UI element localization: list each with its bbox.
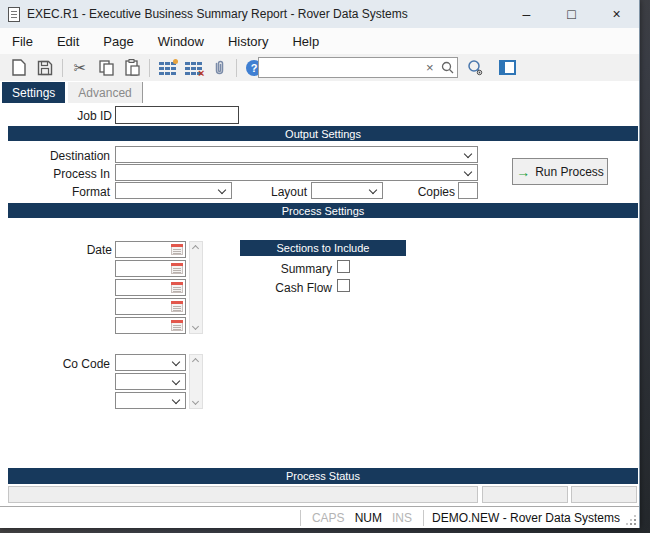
paste-icon[interactable]: [119, 57, 145, 79]
scroll-down-icon[interactable]: [192, 323, 199, 330]
co-code-label: Co Code: [0, 357, 110, 371]
tab-strip: Settings Advanced: [0, 81, 639, 103]
resize-grip-icon[interactable]: [628, 517, 636, 525]
caps-indicator: CAPS: [312, 511, 345, 525]
menu-window[interactable]: Window: [158, 34, 204, 49]
new-document-icon[interactable]: [6, 57, 32, 79]
toolbar-separator: [62, 59, 63, 77]
scroll-down-icon[interactable]: [192, 398, 199, 405]
calendar-icon[interactable]: [171, 263, 183, 274]
tab-settings[interactable]: Settings: [2, 82, 65, 103]
co-code-select[interactable]: [115, 354, 186, 371]
process-in-label: Process In: [0, 167, 110, 181]
maximize-button[interactable]: □: [549, 0, 594, 28]
toolbar: ✂ × ? ×: [0, 54, 639, 81]
app-icon: [8, 7, 20, 22]
menu-history[interactable]: History: [228, 34, 268, 49]
status-field-secondary: [482, 486, 568, 503]
toolbar-search: ×: [258, 57, 458, 78]
menu-file[interactable]: File: [12, 34, 33, 49]
cash-flow-label: Cash Flow: [220, 281, 332, 295]
copy-icon[interactable]: [93, 57, 119, 79]
job-id-label: Job ID: [0, 109, 112, 123]
calendar-icon[interactable]: [171, 301, 183, 312]
date-input[interactable]: [115, 260, 186, 277]
app-window: EXEC.R1 - Executive Business Summary Rep…: [0, 0, 640, 528]
save-icon[interactable]: [32, 57, 58, 79]
run-arrow-icon: →: [516, 165, 530, 179]
menu-page[interactable]: Page: [103, 34, 133, 49]
chevron-down-icon: [464, 150, 472, 158]
calendar-icon[interactable]: [171, 244, 183, 255]
date-label: Date: [0, 243, 112, 257]
job-id-input[interactable]: [115, 106, 239, 124]
window-title: EXEC.R1 - Executive Business Summary Rep…: [27, 7, 408, 21]
copies-input[interactable]: [458, 182, 478, 199]
toolbar-separator: [149, 59, 150, 77]
status-bar: CAPS NUM INS DEMO.NEW - Rover Data Syste…: [0, 506, 639, 528]
date-input[interactable]: [115, 279, 186, 296]
zoom-preview-icon[interactable]: [462, 57, 488, 79]
calendar-icon[interactable]: [171, 320, 183, 331]
calendar-icon[interactable]: [171, 282, 183, 293]
toolbar-separator: [236, 59, 237, 77]
output-settings-header: Output Settings: [8, 126, 638, 141]
cut-icon[interactable]: ✂: [67, 57, 93, 79]
menu-bar: File Edit Page Window History Help: [0, 28, 639, 54]
run-process-label: Run Process: [535, 165, 604, 179]
minimize-button[interactable]: –: [504, 0, 549, 28]
scroll-up-icon[interactable]: [192, 358, 199, 365]
date-input[interactable]: [115, 298, 186, 315]
close-button[interactable]: ×: [594, 0, 639, 28]
statusbar-separator: [423, 510, 424, 526]
co-code-select[interactable]: [115, 373, 186, 390]
chevron-down-icon: [464, 168, 472, 176]
status-message-field: [8, 486, 478, 503]
run-process-button[interactable]: → Run Process: [512, 158, 608, 185]
format-label: Format: [0, 185, 110, 199]
process-status-header: Process Status: [8, 468, 638, 484]
title-bar: EXEC.R1 - Executive Business Summary Rep…: [0, 0, 639, 28]
layout-label: Layout: [200, 185, 307, 199]
sections-header: Sections to Include: [240, 240, 406, 256]
date-input[interactable]: [115, 241, 186, 258]
copies-label: Copies: [350, 185, 455, 199]
search-input[interactable]: [259, 58, 422, 77]
chevron-down-icon: [172, 377, 180, 385]
process-settings-header: Process Settings: [8, 203, 638, 218]
scroll-up-icon[interactable]: [192, 245, 199, 252]
co-code-select[interactable]: [115, 392, 186, 409]
chevron-down-icon: [172, 396, 180, 404]
summary-label: Summary: [220, 262, 332, 276]
status-field-tertiary: [571, 486, 637, 503]
date-scrollbar[interactable]: [189, 241, 203, 334]
delete-rows-icon[interactable]: ×: [180, 57, 206, 79]
ins-indicator: INS: [392, 511, 412, 525]
attachment-icon[interactable]: [206, 57, 232, 79]
tab-advanced[interactable]: Advanced: [68, 82, 142, 103]
add-rows-icon[interactable]: [154, 57, 180, 79]
destination-label: Destination: [0, 149, 110, 163]
menu-help[interactable]: Help: [292, 34, 319, 49]
chevron-down-icon: [172, 358, 180, 366]
statusbar-separator: [300, 510, 301, 526]
summary-checkbox[interactable]: [337, 260, 350, 273]
session-context: DEMO.NEW - Rover Data Systems: [432, 511, 620, 525]
co-code-scrollbar[interactable]: [189, 354, 203, 409]
clear-search-icon[interactable]: ×: [422, 60, 438, 75]
date-input[interactable]: [115, 317, 186, 334]
layout-icon[interactable]: [494, 57, 520, 79]
cash-flow-checkbox[interactable]: [337, 279, 350, 292]
num-indicator: NUM: [355, 511, 382, 525]
process-in-select[interactable]: [115, 164, 478, 181]
destination-select[interactable]: [115, 146, 478, 163]
search-icon[interactable]: [438, 57, 457, 79]
menu-edit[interactable]: Edit: [57, 34, 79, 49]
